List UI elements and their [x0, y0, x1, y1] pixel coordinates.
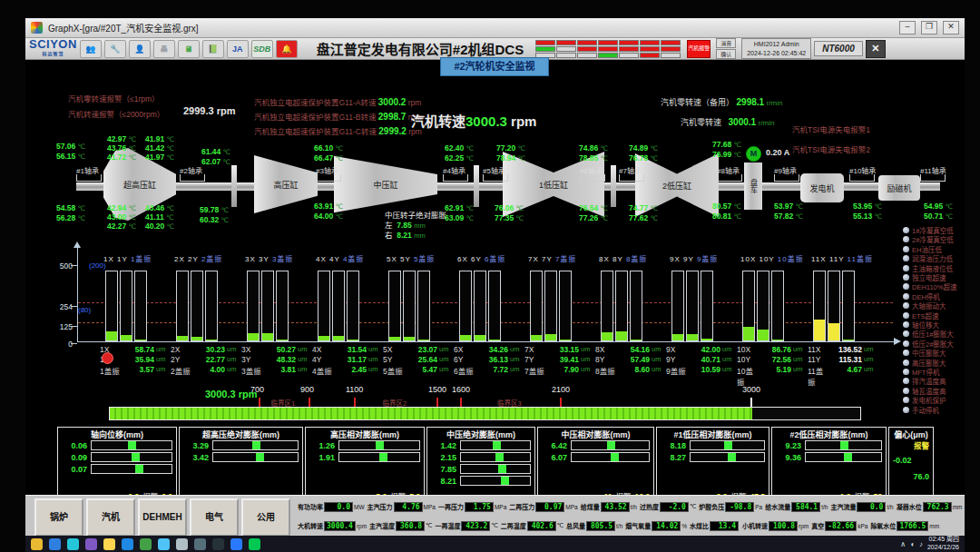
alarm-grid-cell-0-2[interactable]	[577, 40, 597, 45]
minimize-button[interactable]: –	[899, 21, 916, 34]
vib-value-10Y: 10Y72.56um	[737, 355, 802, 364]
status-field-主汽压力: 主汽压力4.76MPa	[368, 502, 436, 512]
ramp-speed-value: 3000.3 rpm	[205, 389, 257, 399]
vib-bar-fill	[404, 337, 415, 340]
status-field-二再温度: 二再温度402.6℃	[501, 521, 564, 531]
panel-gauge-slug	[379, 453, 387, 461]
nav-button-4[interactable]: 电气	[190, 498, 239, 537]
settings-icon[interactable]	[194, 538, 206, 550]
nav-button-2[interactable]: 汽机	[86, 498, 135, 537]
chart-secondary-tick-80: (80)	[78, 306, 91, 314]
copilot-icon[interactable]	[85, 538, 97, 550]
status-field-真空: 真空-82.66kPa	[811, 521, 867, 531]
chart-y-axis	[77, 243, 78, 341]
vib-value-2Y: 2Y22.77um	[171, 355, 236, 364]
mail-icon[interactable]	[158, 538, 170, 550]
exit-screen-button[interactable]: ✕	[866, 40, 886, 58]
alarm-grid-cell-0-3[interactable]	[598, 40, 618, 45]
vib-bar-fill	[333, 336, 344, 340]
terminal-icon[interactable]	[212, 538, 224, 550]
panel-gauge-row: 1.26	[309, 440, 420, 450]
vib-bar-fill	[631, 340, 642, 340]
nav-button-5[interactable]: 公用	[241, 498, 290, 537]
history-icon[interactable]: 📗	[202, 40, 224, 58]
alarm-grid-cell-2-6[interactable]	[661, 53, 681, 58]
panel-value: 6.07	[542, 453, 567, 462]
alarm-grid-cell-0-1[interactable]	[556, 40, 576, 45]
nav-button-1[interactable]: 锅炉	[34, 498, 83, 537]
panel-gauge	[460, 476, 531, 486]
alarm-grid-cell-1-5[interactable]	[640, 46, 660, 52]
close-button[interactable]: ✕	[943, 21, 959, 34]
edge-icon[interactable]	[122, 538, 133, 550]
search-icon[interactable]	[67, 538, 79, 550]
alarm-list-item: 手动停机	[903, 405, 939, 415]
alarm-indicator-icon	[903, 227, 909, 233]
uhp-top-temp-2-0: 41.72 ℃	[107, 153, 136, 163]
alarm-indicator-icon	[903, 321, 909, 328]
vib-value-1盖振: 1盖振3.57um	[100, 365, 165, 376]
device-icon[interactable]: 🖶	[153, 40, 175, 58]
alarm-list-item: DEH110%超速	[903, 281, 956, 291]
alarm-grid-cell-1-4[interactable]	[619, 46, 639, 52]
panel-value: 1.91	[309, 453, 335, 462]
plant-title: 盘江普定发电有限公司#2机组DCS	[317, 39, 524, 58]
alarm-grid-cell-2-1[interactable]	[556, 53, 576, 58]
coupling-2	[474, 165, 479, 207]
vib-alarm-indicator[interactable]	[102, 352, 113, 364]
alarm-grid-cell-2-5[interactable]	[640, 53, 660, 58]
alarm-grid-cell-1-1[interactable]	[556, 46, 576, 52]
panel-gauge	[91, 440, 172, 450]
alarm-grid-cell-0-5[interactable]	[640, 40, 660, 45]
panel-value: 1.42	[431, 441, 456, 450]
weather-icon[interactable]	[31, 538, 43, 550]
graphx-app-icon	[31, 22, 43, 34]
monitor-icon[interactable]: 🖥	[178, 40, 200, 58]
turbine-alarm-box[interactable]: 汽机报警	[687, 40, 710, 58]
panel-gauge-row: 8.27	[661, 452, 765, 462]
alarm-summary-grid[interactable]	[535, 40, 681, 58]
alarm-bell-icon[interactable]: 🔔	[276, 40, 298, 58]
alarm-grid-cell-1-6[interactable]	[661, 46, 681, 52]
alarm-grid-cell-0-6[interactable]	[661, 40, 681, 45]
nav-button-3[interactable]: DEHMEH	[138, 498, 187, 537]
logic-ja-icon[interactable]: JA	[227, 40, 249, 58]
start-icon[interactable]	[49, 538, 61, 550]
restore-button[interactable]: ❐	[921, 21, 937, 34]
tuning-icon[interactable]: 🔧	[104, 40, 126, 58]
alarm-grid-cell-1-0[interactable]	[535, 46, 555, 52]
operators-icon[interactable]: 👥	[80, 40, 102, 58]
volume-icon[interactable]: ♪	[919, 540, 923, 548]
network-icon[interactable]: ◖	[910, 540, 915, 548]
panel-gauge-slug	[128, 441, 136, 449]
sdb-icon[interactable]: SDB	[251, 40, 273, 58]
mute-button[interactable]: 消音	[716, 38, 736, 48]
bearing-9-bottom-temps: 53.97 ℃57.82 ℃	[774, 202, 803, 222]
vscode-icon[interactable]	[230, 538, 242, 550]
bearing-bracket-8	[717, 174, 742, 182]
user-icon[interactable]: 👤	[129, 40, 151, 58]
alarm-grid-cell-1-3[interactable]	[598, 46, 618, 52]
alarm-grid-cell-0-0[interactable]	[535, 40, 555, 45]
panel-value: 3.42	[183, 453, 209, 462]
alarm-grid-cell-2-3[interactable]	[598, 53, 618, 58]
alarm-grid-cell-2-2[interactable]	[577, 53, 597, 58]
aux-speed-value: 2999.3 rpm	[183, 105, 235, 116]
browser-icon[interactable]	[140, 538, 152, 550]
alarm-grid-cell-0-4[interactable]	[619, 40, 639, 45]
vib-group-label-1: 1X 1Y 1盖振	[103, 253, 152, 263]
panel-gauge-row: 2.15	[431, 452, 531, 462]
vib-bar-fill	[814, 320, 825, 340]
chat-icon[interactable]	[249, 538, 260, 550]
vib-value-11盖振: 11盖振4.67um	[808, 365, 873, 387]
alarm-grid-cell-2-4[interactable]	[619, 53, 639, 58]
alarm-grid-cell-1-2[interactable]	[577, 46, 597, 52]
vib-bar-6Y	[474, 271, 486, 341]
file-explorer-icon[interactable]	[103, 538, 115, 550]
alarm-mini-buttons: 消音 确认	[716, 38, 736, 59]
vib-value-11Y: 11Y115.31um	[808, 355, 873, 364]
taskbar-clock[interactable]: 02:45 周四2024/12/26	[927, 536, 959, 552]
store-icon[interactable]	[176, 538, 188, 550]
ack-button[interactable]: 确认	[716, 49, 736, 59]
chevron-up-icon[interactable]: ∧	[900, 540, 906, 548]
